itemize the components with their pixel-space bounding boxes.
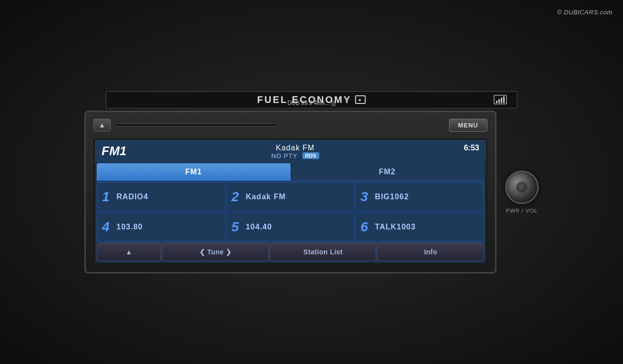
- bar1: [496, 101, 497, 103]
- preset-6[interactable]: 6 TALK1003: [355, 212, 484, 242]
- preset-3-number: 3: [360, 189, 371, 205]
- preset-5-name: 104.40: [246, 223, 272, 231]
- car-unit: © DUBICARS.com FUEL ECONOMY ■ DUB 99.9 4…: [0, 0, 623, 364]
- bar3: [501, 98, 502, 103]
- fm-label: FM1: [102, 144, 127, 159]
- pty-rds-row: NO PTY RDS: [127, 152, 464, 159]
- head-unit: ▲ MENU FM1 Kadak FM NO PTY RDS: [84, 111, 496, 273]
- signal-indicator: [494, 95, 507, 104]
- cd-slot: [115, 124, 277, 126]
- up-button[interactable]: ▲: [97, 243, 161, 261]
- signal-bars: [496, 96, 505, 103]
- preset-1-name: RADIO4: [116, 193, 148, 201]
- bottom-bar: ▲ ❮ Tune ❯ Station List Info: [97, 243, 484, 261]
- preset-3-name: BIG1062: [375, 193, 409, 201]
- preset-6-number: 6: [360, 219, 371, 235]
- preset-1[interactable]: 1 RADIO4: [97, 182, 226, 212]
- head-unit-wrapper: ▲ MENU FM1 Kadak FM NO PTY RDS: [84, 111, 539, 273]
- preset-5[interactable]: 5 104.40: [226, 212, 355, 242]
- bar2: [498, 99, 500, 103]
- menu-button[interactable]: MENU: [449, 119, 487, 132]
- preset-6-name: TALK1003: [375, 223, 415, 231]
- pwr-vol-label: PWR / VOL: [506, 208, 538, 214]
- pty-text: NO PTY: [271, 152, 297, 159]
- dashboard-strip: FUEL ECONOMY ■ DUB 99.9 4nni... |||: [105, 91, 518, 109]
- bar4: [503, 96, 505, 103]
- info-button[interactable]: Info: [377, 243, 484, 261]
- preset-2[interactable]: 2 Kadak FM: [226, 182, 355, 212]
- tune-button[interactable]: ❮ Tune ❯: [162, 243, 269, 261]
- screen-header: FM1 Kadak FM NO PTY RDS 6:53: [95, 140, 486, 162]
- volume-knob[interactable]: [505, 171, 539, 204]
- sub-display: DUB 99.9 4nni... |||: [288, 100, 336, 106]
- fuel-icon: ■: [355, 95, 366, 104]
- radio-screen: FM1 Kadak FM NO PTY RDS 6:53 FM1: [93, 138, 487, 264]
- preset-2-name: Kadak FM: [246, 193, 286, 201]
- unit-top-bar: ▲ MENU: [93, 119, 487, 132]
- station-list-button[interactable]: Station List: [270, 243, 377, 261]
- eject-slot: ▲: [93, 119, 277, 131]
- tab-fm2[interactable]: FM2: [290, 163, 484, 181]
- preset-2-number: 2: [231, 189, 242, 205]
- top-right-info: [494, 95, 507, 104]
- eject-button[interactable]: ▲: [93, 119, 111, 131]
- preset-4-name: 103.80: [116, 223, 143, 231]
- tab-bar: FM1 FM2: [97, 163, 484, 181]
- preset-3[interactable]: 3 BIG1062: [355, 182, 484, 212]
- watermark: © DUBICARS.com: [557, 9, 612, 16]
- presets-grid: 1 RADIO4 2 Kadak FM 3 BIG1062 4 103.80: [97, 182, 484, 242]
- preset-4-number: 4: [102, 219, 113, 235]
- preset-5-number: 5: [231, 219, 242, 235]
- station-name: Kadak FM: [127, 144, 464, 152]
- rds-badge: RDS: [302, 152, 319, 159]
- right-controls: PWR / VOL: [505, 171, 539, 214]
- station-info: Kadak FM NO PTY RDS: [127, 144, 464, 159]
- tab-fm1[interactable]: FM1: [97, 163, 290, 181]
- preset-1-number: 1: [102, 189, 113, 205]
- clock: 6:53: [464, 144, 479, 152]
- knob-inner: [516, 182, 528, 193]
- preset-4[interactable]: 4 103.80: [97, 212, 226, 242]
